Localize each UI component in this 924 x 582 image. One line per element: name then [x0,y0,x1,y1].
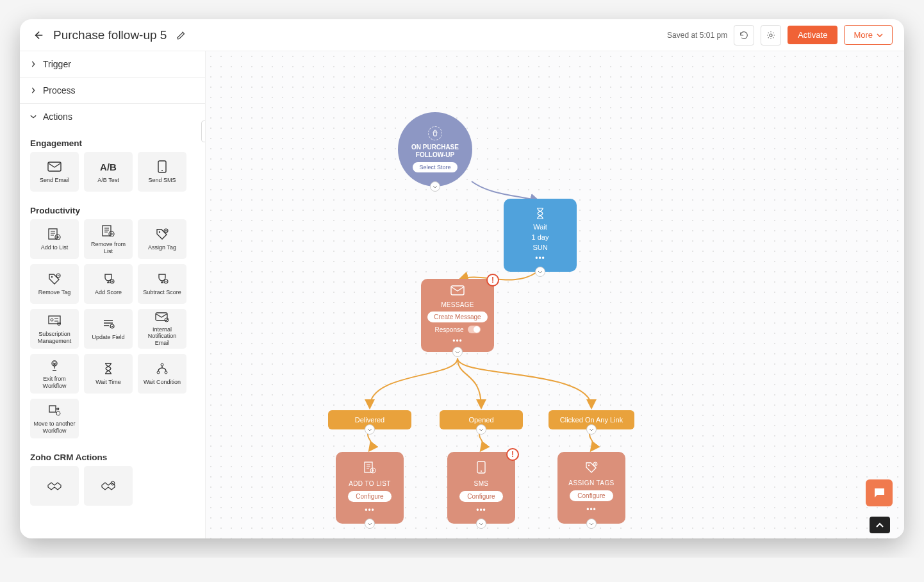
more-dots-icon[interactable]: ••• [365,506,375,515]
exit-icon [49,358,60,372]
svg-point-19 [165,318,169,322]
more-dots-icon[interactable]: ••• [476,506,486,515]
refresh-button[interactable] [734,25,754,46]
tile-send-email[interactable]: Send Email [30,152,79,192]
svg-rect-27 [451,286,464,295]
phone-sms-icon [477,461,486,476]
more-dots-icon[interactable]: ••• [586,505,597,514]
tile-add-to-list[interactable]: Add to List [30,219,79,259]
action-assign-tags[interactable]: ASSIGN TAGS Configure ••• [557,452,625,524]
action-title: ADD TO LIST [349,480,391,487]
tile-move-workflow[interactable]: Move to another Workflow [30,399,79,438]
wait-title: Wait [533,223,547,231]
tag-add-icon [585,461,598,476]
configure-pill[interactable]: Configure [570,490,613,501]
svg-rect-4 [49,229,57,239]
scroll-top-button[interactable] [870,517,890,533]
activate-button[interactable]: Activate [788,26,837,44]
tile-label: Add Score [95,289,122,295]
connector-handle[interactable] [430,181,440,192]
tile-label: Wait Condition [144,379,181,385]
connector-handle[interactable] [476,519,486,529]
section-process[interactable]: Process [20,78,205,104]
ab-icon: A/B [100,160,117,174]
chevron-right-icon [30,87,37,94]
section-actions[interactable]: Actions [20,104,205,129]
list-add-icon [48,227,61,241]
error-badge-icon: ! [506,448,519,461]
wait-node[interactable]: Wait 1 day SUN ••• [504,199,577,272]
branch-label: Opened [468,416,493,424]
svg-point-22 [157,371,160,374]
tile-label: Send SMS [148,177,176,183]
trigger-node[interactable]: ON PURCHASE FOLLOW-UP Select Store [398,112,472,187]
svg-point-32 [588,465,590,466]
wait-duration: 1 day [532,233,549,241]
svg-point-10 [51,276,53,278]
more-dots-icon[interactable]: ••• [535,254,545,263]
settings-button[interactable] [761,25,781,46]
configure-pill[interactable]: Configure [459,491,502,502]
tile-remove-tag[interactable]: Remove Tag [30,264,79,304]
section-trigger[interactable]: Trigger [20,51,205,78]
action-add-to-list[interactable]: ADD TO LIST Configure ••• [336,452,404,524]
tile-subtract-score[interactable]: Subtract Score [138,264,186,304]
tile-ab-test[interactable]: A/B A/B Test [84,152,133,192]
action-sms[interactable]: ! SMS Configure ••• [447,452,515,524]
more-button[interactable]: More [844,25,893,45]
svg-rect-1 [48,162,61,171]
tile-send-sms[interactable]: Send SMS [138,152,186,192]
group-crm-title: Zoho CRM Actions [20,444,205,466]
tile-subscription-management[interactable]: Subscription Management [30,309,79,349]
svg-rect-18 [156,313,167,320]
tile-crm-2[interactable] [84,466,133,506]
connector-handle[interactable] [365,424,375,435]
fork-icon [156,362,169,376]
connector-handle[interactable] [452,347,463,357]
workflow-title: Purchase follow-up 5 [53,28,167,42]
svg-rect-6 [103,226,111,236]
message-node[interactable]: ! MESSAGE Create Message Response ••• [421,279,494,352]
tile-remove-from-list[interactable]: Remove from List [84,219,133,259]
back-arrow-icon[interactable] [31,29,44,42]
tile-internal-notification[interactable]: Internal Notification Email [138,309,186,349]
tile-assign-tag[interactable]: Assign Tag [138,219,186,259]
bag-icon [428,126,442,140]
tile-label: A/B Test [97,177,119,183]
trigger-pill[interactable]: Select Store [413,162,457,172]
edit-title-icon[interactable] [176,29,187,41]
connector-handle[interactable] [586,424,597,435]
workflow-canvas[interactable]: ON PURCHASE FOLLOW-UP Select Store Wait … [206,51,904,538]
response-toggle[interactable] [468,326,481,333]
tile-crm-1[interactable] [30,466,79,506]
trophy-minus-icon [156,272,169,286]
hourglass-icon [104,362,113,376]
tile-wait-condition[interactable]: Wait Condition [138,354,186,394]
more-dots-icon[interactable]: ••• [452,337,463,345]
mail-icon [47,160,62,174]
chevron-right-icon [30,61,37,67]
update-field-icon [102,317,115,331]
tile-label: Update Field [92,334,124,340]
svg-point-21 [161,363,163,366]
svg-point-3 [161,170,163,171]
tile-label: Subtract Score [143,289,181,295]
tile-add-score[interactable]: Add Score [84,264,133,304]
chat-fab[interactable] [866,479,893,506]
connector-handle[interactable] [476,424,486,435]
configure-pill[interactable]: Configure [348,491,391,502]
collapse-sidebar-button[interactable] [201,121,206,142]
create-message-pill[interactable]: Create Message [427,312,487,322]
connector-handle[interactable] [586,519,597,529]
subscription-icon [48,313,61,328]
tile-exit-workflow[interactable]: Exit from Workflow [30,354,79,394]
connector-handle[interactable] [365,519,375,529]
connector-handle[interactable] [535,267,545,277]
tile-wait-time[interactable]: Wait Time [84,354,133,394]
handshake-check-icon [101,479,116,493]
tile-update-field[interactable]: Update Field [84,309,133,349]
saved-status: Saved at 5:01 pm [667,31,727,40]
tile-label: Wait Time [95,379,121,385]
tile-label: Add to List [41,244,69,251]
svg-point-31 [481,470,482,472]
